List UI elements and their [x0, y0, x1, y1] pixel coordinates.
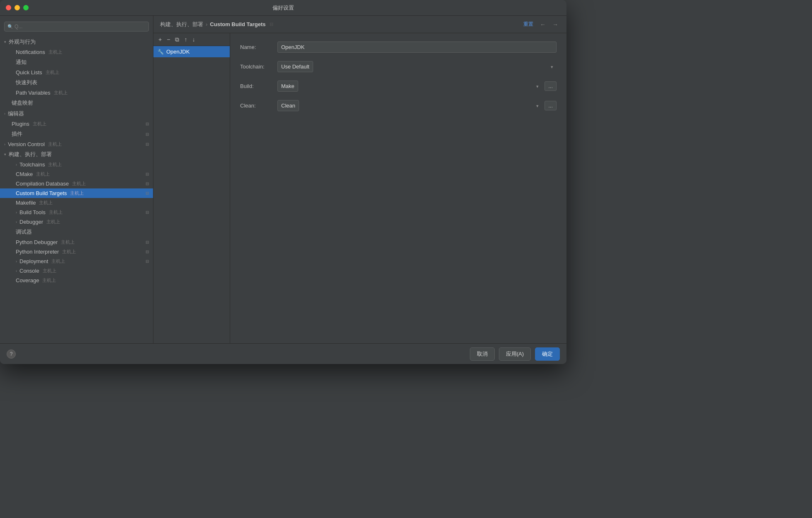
target-item-openjdk[interactable]: 🔧 OpenJDK: [153, 46, 230, 57]
sidebar-item-versioncontrol-sub: 主机上: [48, 141, 62, 147]
sidebar-item-custombuild[interactable]: Custom Build Targets 主机上 ⊟: [0, 188, 153, 198]
chevron-down-icon: ▾: [4, 40, 6, 44]
sidebar-item-quicklists[interactable]: Quick Lists 主机上: [0, 68, 153, 77]
sidebar-item-toolchains-sub: 主机上: [48, 161, 62, 168]
sidebar-item-appearance[interactable]: ▾ 外观与行为: [0, 37, 153, 47]
sidebar-item-jianpanyingshe[interactable]: 键盘映射: [0, 98, 153, 108]
sidebar-item-pathvariables-sub: 主机上: [54, 90, 68, 96]
sidebar-item-pythoninterpreter[interactable]: Python Interpreter 主机上 ⊟: [0, 247, 153, 257]
remove-target-button[interactable]: −: [165, 36, 172, 43]
sidebar-item-console-sub: 主机上: [43, 268, 56, 274]
toolchain-select-wrapper: Use Default: [277, 61, 557, 72]
sidebar-item-deployment-sub: 主机上: [51, 258, 65, 264]
toolchain-select[interactable]: Use Default: [277, 61, 313, 72]
sidebar-item-kuaisuliebiao[interactable]: 快速列表: [0, 77, 153, 88]
sidebar-item-compilationdb[interactable]: Compilation Database 主机上 ⊟: [0, 179, 153, 188]
build-select[interactable]: Make: [277, 81, 298, 92]
sidebar-item-pythondebugger[interactable]: Python Debugger 主机上 ⊟: [0, 237, 153, 247]
sidebar-item-pythoninterpreter-sub: 主机上: [62, 249, 76, 255]
close-button[interactable]: [6, 5, 11, 10]
chajian-icon: ⊟: [146, 132, 149, 137]
search-wrapper: 🔍: [4, 22, 149, 32]
ok-button[interactable]: 确定: [535, 347, 560, 361]
target-label-openjdk: OpenJDK: [166, 49, 190, 55]
breadcrumb-parent: 构建、执行、部署: [160, 21, 203, 28]
sidebar-item-coverage[interactable]: Coverage 主机上: [0, 276, 153, 285]
chevron-right-icon-editor: ›: [4, 112, 5, 116]
clean-label: Clean:: [240, 103, 277, 109]
search-input[interactable]: [4, 22, 149, 32]
chevron-right-toolchains: ›: [16, 163, 17, 167]
chevron-right-buildtools: ›: [16, 210, 17, 215]
sidebar-item-coverage-sub: 主机上: [42, 277, 56, 283]
target-icon-openjdk: 🔧: [158, 49, 164, 55]
sidebar-item-coverage-label: Coverage: [16, 277, 39, 283]
sidebar-item-plugins-label: Plugins: [12, 121, 29, 127]
clean-select-wrapper: Clean: [277, 100, 542, 111]
sidebar-item-tongzhi[interactable]: 通知: [0, 57, 153, 68]
chevron-down-icon-build: ▾: [4, 152, 6, 156]
clean-select[interactable]: Clean: [277, 100, 299, 111]
sidebar-item-makefile[interactable]: Makefile 主机上: [0, 198, 153, 208]
breadcrumb-current: Custom Build Targets: [210, 21, 265, 27]
sidebar-item-pathvariables[interactable]: Path Variables 主机上: [0, 88, 153, 98]
header-actions: 重置 ← →: [522, 20, 560, 29]
form-area: Name: Toolchain: Use Default Build:: [230, 33, 566, 343]
sidebar-item-makefile-label: Makefile: [16, 200, 36, 206]
build-select-wrap: Make ...: [277, 81, 557, 92]
pythondebugger-sync-icon: ⊟: [146, 240, 149, 244]
custombuild-sync-icon: ⊟: [146, 191, 149, 195]
name-input[interactable]: [277, 42, 557, 53]
clean-select-wrap: Clean ...: [277, 100, 557, 111]
add-target-button[interactable]: +: [157, 36, 163, 43]
help-button[interactable]: ?: [7, 349, 16, 359]
sidebar-item-console[interactable]: › Console 主机上: [0, 266, 153, 276]
minimize-button[interactable]: [15, 5, 20, 10]
maximize-button[interactable]: [23, 5, 29, 10]
sidebar-item-notifications[interactable]: Notifications 主机上: [0, 47, 153, 57]
clean-ellipsis-button[interactable]: ...: [545, 101, 557, 110]
form-row-build: Build: Make ...: [240, 81, 557, 92]
sidebar-item-tongzhi-label: 通知: [16, 59, 27, 66]
sidebar-item-quicklists-sub: 主机上: [46, 69, 59, 76]
sidebar-item-cmake-sub: 主机上: [36, 171, 50, 177]
sidebar-item-versioncontrol[interactable]: › Version Control 主机上 ⊟: [0, 139, 153, 149]
sidebar-item-buildtools-label: Build Tools: [19, 209, 46, 215]
forward-button[interactable]: →: [551, 20, 560, 29]
sidebar-item-debugger-label: Debugger: [19, 219, 43, 225]
sidebar-item-pythondebugger-label: Python Debugger: [16, 239, 58, 245]
sidebar-item-quicklists-label: Quick Lists: [16, 69, 42, 76]
sidebar-item-pathvariables-label: Path Variables: [16, 90, 51, 96]
right-panel: 构建、执行、部署 › Custom Build Targets ⊟ 重置 ← →…: [153, 16, 566, 343]
sidebar-item-deployment[interactable]: › Deployment 主机上 ⊟: [0, 257, 153, 266]
sidebar-section-appearance-label: 外观与行为: [9, 38, 36, 46]
sidebar-item-versioncontrol-label: Version Control: [8, 141, 45, 147]
sidebar-item-build-section[interactable]: ▾ 构建、执行、部署: [0, 149, 153, 160]
sidebar-item-tiaoshiqi[interactable]: 调试器: [0, 227, 153, 237]
targets-list: 🔧 OpenJDK: [153, 46, 230, 343]
chevron-right-icon-vc: ›: [4, 142, 5, 147]
reset-button[interactable]: 重置: [522, 20, 535, 29]
apply-button[interactable]: 应用(A): [499, 347, 531, 361]
breadcrumb-sep: ›: [206, 21, 207, 27]
move-down-button[interactable]: ↓: [190, 36, 197, 43]
move-up-button[interactable]: ↑: [182, 36, 189, 43]
sidebar-item-editor[interactable]: › 编辑器: [0, 108, 153, 119]
sidebar-item-chajian[interactable]: 插件 ⊟: [0, 129, 153, 139]
sidebar-item-buildtools[interactable]: › Build Tools 主机上 ⊟: [0, 208, 153, 217]
cancel-button[interactable]: 取消: [470, 347, 495, 361]
sidebar-item-debugger[interactable]: › Debugger 主机上: [0, 217, 153, 227]
sidebar-item-cmake[interactable]: CMake 主机上 ⊟: [0, 169, 153, 179]
search-icon: 🔍: [7, 24, 13, 29]
build-ellipsis-button[interactable]: ...: [545, 81, 557, 91]
form-row-clean: Clean: Clean ...: [240, 100, 557, 111]
deployment-sync-icon: ⊟: [146, 259, 149, 264]
sidebar-item-toolchains[interactable]: › Toolchains 主机上: [0, 160, 153, 169]
back-button[interactable]: ←: [538, 20, 547, 29]
cmake-sync-icon: ⊟: [146, 172, 149, 176]
sidebar-item-plugins[interactable]: Plugins 主机上 ⊟: [0, 119, 153, 129]
pythoninterpreter-sync-icon: ⊟: [146, 249, 149, 254]
sidebar-item-kuaisuliebiao-label: 快速列表: [16, 79, 37, 86]
footer-right: 取消 应用(A) 确定: [470, 347, 560, 361]
copy-target-button[interactable]: ⧉: [173, 36, 181, 43]
